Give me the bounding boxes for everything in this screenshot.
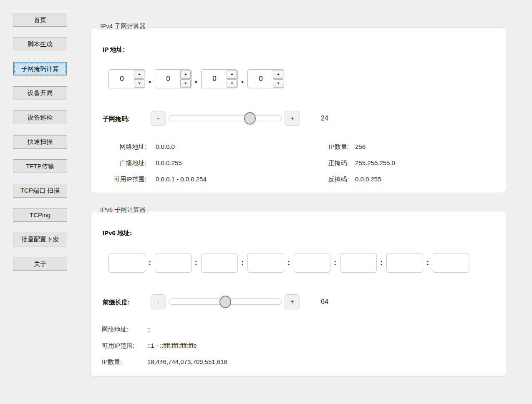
network-address-value: 0.0.0.0 — [156, 143, 175, 151]
ipv6-address-label: IPv6 地址: — [103, 229, 132, 237]
prefix-length-value: 64 — [321, 298, 328, 306]
ipv6-usable-range-label: 可用IP范围: — [102, 342, 147, 350]
ipv6-network-address-value: :: — [147, 326, 151, 334]
sidebar-item-about[interactable]: 关于 — [13, 257, 67, 271]
ipv4-octet4-spinner — [247, 69, 284, 88]
spin-down-icon — [231, 83, 233, 84]
ipv6-group2-input[interactable] — [155, 253, 192, 273]
spin-up-icon — [184, 73, 187, 75]
broadcast-address-label: 广播地址: — [102, 159, 146, 168]
slider-thumb[interactable] — [219, 296, 231, 308]
spin-up-button[interactable] — [134, 70, 144, 79]
ipv6-group4-input[interactable] — [247, 253, 284, 273]
netmask-row: 正掩码: 255.255.255.0 — [324, 159, 395, 168]
sidebar-item-batch-config[interactable]: 批量配置下发 — [13, 233, 67, 246]
ipv6-group1-input[interactable] — [108, 253, 145, 273]
ipv6-ip-count-row: IP数量: 18,446,744,073,709,551,616 — [102, 358, 227, 366]
ip-count-label: IP数量: — [324, 143, 349, 151]
subnet-mask-label: 子网掩码: — [103, 115, 130, 123]
spin-up-button[interactable] — [180, 70, 191, 79]
sidebar-item-quick-scan[interactable]: 快速扫描 — [13, 135, 67, 149]
ip-count-row: IP数量: 256 — [324, 143, 366, 151]
spin-down-button[interactable] — [227, 79, 237, 88]
ipv4-subnet-calculator-panel: IPv4 子网计算器 IP 地址: . . . — [91, 28, 506, 193]
ipv6-network-address-row: 网络地址: :: — [102, 326, 151, 334]
app-window: 首页 脚本生成 子网掩码计算 设备开局 设备巡检 快速扫描 TFTP传输 TCP… — [0, 0, 532, 404]
ipv6-usable-range-row: 可用IP范围: ::1 - ::ffff:ffff:ffff:fffe — [102, 342, 197, 350]
usable-range-label: 可用IP范围: — [102, 176, 146, 184]
spin-down-icon — [184, 83, 187, 84]
group-separator: : — [425, 253, 430, 272]
spin-down-button[interactable] — [134, 79, 144, 88]
prefix-decrease-button[interactable]: - — [151, 294, 166, 309]
sidebar-item-tcping[interactable]: TCPing — [13, 208, 67, 222]
octet-separator: . — [240, 73, 245, 85]
broadcast-address-row: 广播地址: 0.0.0.255 — [102, 159, 182, 168]
netmask-value: 255.255.255.0 — [355, 159, 395, 168]
spin-down-icon — [138, 83, 141, 84]
sidebar-item-subnet-calc[interactable]: 子网掩码计算 — [13, 62, 67, 75]
ipv4-octet3-input[interactable] — [202, 70, 227, 87]
ipv6-network-address-label: 网络地址: — [102, 326, 147, 334]
sidebar-item-tftp-transfer[interactable]: TFTP传输 — [13, 159, 67, 173]
ipv6-ip-count-label: IP数量: — [102, 358, 147, 366]
slider-track[interactable] — [169, 115, 282, 121]
spin-up-button[interactable] — [273, 70, 283, 79]
group-separator: : — [147, 253, 152, 272]
wildcard-mask-label: 反掩码: — [324, 176, 349, 184]
group-separator: : — [379, 253, 384, 272]
ip-count-value: 256 — [355, 143, 366, 151]
spin-up-button[interactable] — [227, 70, 237, 79]
usable-range-value: 0.0.0.1 - 0.0.0.254 — [156, 176, 207, 184]
slider-thumb[interactable] — [244, 112, 256, 125]
mask-decrease-button[interactable]: - — [151, 111, 166, 126]
ipv6-group7-input[interactable] — [386, 253, 423, 273]
network-address-label: 网络地址: — [102, 143, 146, 151]
group-separator: : — [240, 253, 245, 272]
ipv6-group3-input[interactable] — [201, 253, 238, 273]
prefix-increase-button[interactable]: + — [285, 294, 300, 309]
ipv4-octet4-spin-buttons — [273, 70, 283, 88]
sidebar-item-tcp-port-scan[interactable]: TCP端口 扫描 — [13, 184, 67, 198]
netmask-label: 正掩码: — [324, 159, 349, 168]
prefix-length-label: 前缀长度: — [103, 299, 130, 306]
group-separator: : — [286, 253, 291, 272]
ipv6-usable-range-value: ::1 - ::ffff:ffff:ffff:fffe — [147, 342, 197, 350]
spin-down-button[interactable] — [180, 79, 191, 88]
spin-up-icon — [138, 73, 141, 75]
wildcard-mask-value: 0.0.0.255 — [355, 176, 381, 184]
sidebar: 首页 脚本生成 子网掩码计算 设备开局 设备巡检 快速扫描 TFTP传输 TCP… — [13, 13, 67, 281]
sidebar-item-device-inspection[interactable]: 设备巡检 — [13, 110, 67, 124]
subnet-mask-slider[interactable] — [169, 111, 282, 126]
sidebar-item-device-setup[interactable]: 设备开局 — [13, 86, 67, 100]
prefix-length-slider[interactable] — [169, 294, 282, 309]
ipv4-octet2-input[interactable] — [156, 70, 180, 87]
usable-range-row: 可用IP范围: 0.0.0.1 - 0.0.0.254 — [102, 176, 207, 184]
ipv4-octet4-input[interactable] — [249, 70, 273, 87]
ipv4-octet1-spinner — [108, 69, 145, 88]
group-separator: : — [194, 253, 199, 272]
sidebar-item-home[interactable]: 首页 — [13, 13, 67, 27]
ipv4-octet2-spinner — [155, 69, 192, 88]
ipv6-panel-title: IPv6 子网计算器 — [97, 206, 149, 213]
sidebar-item-script-generation[interactable]: 脚本生成 — [13, 38, 67, 51]
ipv4-address-label: IP 地址: — [103, 46, 125, 54]
octet-separator: . — [147, 73, 153, 85]
spin-up-icon — [277, 73, 280, 75]
wildcard-mask-row: 反掩码: 0.0.0.255 — [324, 176, 381, 184]
spin-down-button[interactable] — [273, 79, 283, 88]
subnet-mask-value: 24 — [321, 115, 328, 122]
spin-up-icon — [231, 73, 233, 75]
mask-increase-button[interactable]: + — [285, 111, 300, 126]
network-address-row: 网络地址: 0.0.0.0 — [102, 143, 175, 151]
ipv6-group8-input[interactable] — [433, 253, 469, 273]
ipv6-group5-input[interactable] — [294, 253, 330, 273]
ipv6-ip-count-value: 18,446,744,073,709,551,616 — [147, 358, 227, 366]
ipv4-octet3-spin-buttons — [227, 70, 237, 88]
ipv4-octet1-spin-buttons — [134, 70, 144, 88]
ipv4-octet1-input[interactable] — [110, 70, 134, 87]
group-separator: : — [333, 253, 338, 272]
ipv4-octet3-spinner — [201, 69, 238, 88]
ipv6-group6-input[interactable] — [340, 253, 377, 273]
ipv4-panel-title: IPv4 子网计算器 — [97, 22, 149, 30]
